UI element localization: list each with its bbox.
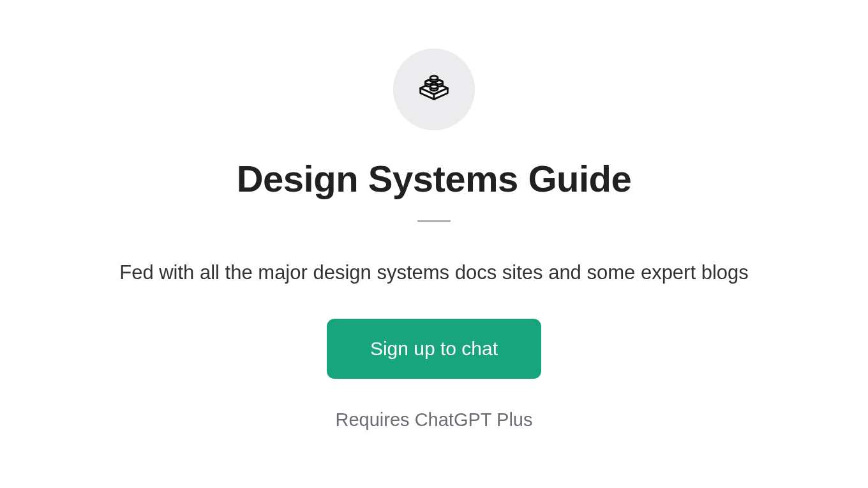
app-icon-container [393, 49, 475, 130]
requirement-note: Requires ChatGPT Plus [336, 409, 533, 431]
signup-button[interactable]: Sign up to chat [327, 319, 541, 379]
svg-point-7 [430, 84, 438, 88]
page-title: Design Systems Guide [237, 157, 632, 200]
divider [417, 220, 451, 222]
description-text: Fed with all the major design systems do… [119, 261, 749, 284]
block-icon [414, 68, 454, 111]
svg-point-5 [430, 76, 438, 80]
